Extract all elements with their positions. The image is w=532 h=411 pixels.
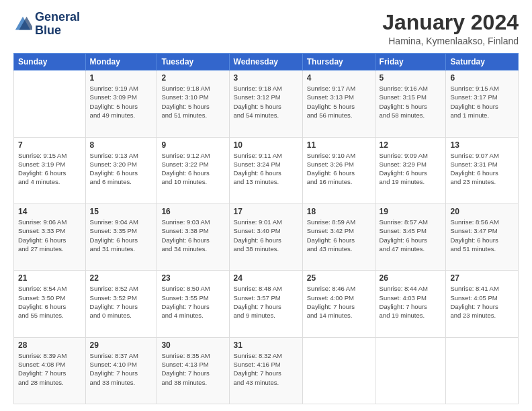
day-info: Sunrise: 9:06 AM Sunset: 3:33 PM Dayligh… [18, 218, 81, 253]
day-info: Sunrise: 8:35 AM Sunset: 4:13 PM Dayligh… [161, 351, 224, 387]
day-info: Sunrise: 8:52 AM Sunset: 3:52 PM Dayligh… [90, 284, 153, 320]
day-number: 16 [161, 207, 224, 216]
day-info: Sunrise: 9:18 AM Sunset: 3:10 PM Dayligh… [161, 84, 224, 120]
calendar-cell: 14Sunrise: 9:06 AM Sunset: 3:33 PM Dayli… [14, 203, 86, 270]
calendar-cell: 24Sunrise: 8:48 AM Sunset: 3:57 PM Dayli… [229, 271, 302, 337]
calendar-cell [375, 337, 446, 404]
logo-text: General Blue [35, 11, 80, 38]
calendar-body: 1Sunrise: 9:19 AM Sunset: 3:09 PM Daylig… [14, 71, 519, 404]
day-number: 5 [380, 73, 442, 83]
day-number: 29 [90, 340, 153, 350]
day-number: 23 [161, 273, 224, 283]
header-monday: Monday [85, 54, 157, 71]
day-info: Sunrise: 8:44 AM Sunset: 4:03 PM Dayligh… [380, 284, 442, 320]
header-saturday: Saturday [446, 54, 519, 71]
day-info: Sunrise: 8:39 AM Sunset: 4:08 PM Dayligh… [18, 351, 81, 387]
day-info: Sunrise: 9:17 AM Sunset: 3:13 PM Dayligh… [307, 84, 371, 120]
day-info: Sunrise: 9:18 AM Sunset: 3:12 PM Dayligh… [234, 84, 298, 120]
day-number: 7 [18, 140, 81, 150]
day-info: Sunrise: 9:10 AM Sunset: 3:26 PM Dayligh… [307, 151, 371, 187]
calendar-cell: 19Sunrise: 8:57 AM Sunset: 3:45 PM Dayli… [375, 203, 446, 270]
calendar-cell: 10Sunrise: 9:11 AM Sunset: 3:24 PM Dayli… [229, 137, 302, 203]
day-info: Sunrise: 8:59 AM Sunset: 3:42 PM Dayligh… [307, 218, 371, 253]
day-info: Sunrise: 9:16 AM Sunset: 3:15 PM Dayligh… [380, 84, 442, 120]
day-number: 28 [18, 340, 81, 350]
day-info: Sunrise: 9:03 AM Sunset: 3:38 PM Dayligh… [161, 218, 224, 253]
day-number: 10 [234, 140, 298, 150]
day-number: 30 [161, 340, 224, 350]
calendar-cell: 20Sunrise: 8:56 AM Sunset: 3:47 PM Dayli… [446, 203, 519, 270]
header-thursday: Thursday [302, 54, 375, 71]
calendar-cell: 7Sunrise: 9:15 AM Sunset: 3:19 PM Daylig… [14, 137, 86, 203]
header-sunday: Sunday [14, 54, 86, 71]
calendar-cell: 30Sunrise: 8:35 AM Sunset: 4:13 PM Dayli… [157, 337, 229, 404]
title-block: January 2024 Hamina, Kymenlaakso, Finlan… [382, 11, 519, 46]
day-number: 9 [161, 140, 224, 150]
calendar-cell [14, 71, 86, 137]
day-info: Sunrise: 8:32 AM Sunset: 4:16 PM Dayligh… [234, 351, 298, 387]
day-info: Sunrise: 8:50 AM Sunset: 3:55 PM Dayligh… [161, 284, 224, 320]
day-number: 8 [90, 140, 153, 150]
calendar-cell: 16Sunrise: 9:03 AM Sunset: 3:38 PM Dayli… [157, 203, 229, 270]
day-number: 3 [234, 73, 298, 83]
day-number: 15 [90, 207, 153, 216]
calendar-cell: 27Sunrise: 8:41 AM Sunset: 4:05 PM Dayli… [446, 271, 519, 337]
calendar-cell: 9Sunrise: 9:12 AM Sunset: 3:22 PM Daylig… [157, 137, 229, 203]
day-number: 12 [380, 140, 442, 150]
day-number: 17 [234, 207, 298, 216]
calendar-cell [302, 337, 375, 404]
day-info: Sunrise: 9:19 AM Sunset: 3:09 PM Dayligh… [90, 84, 153, 120]
calendar-cell: 1Sunrise: 9:19 AM Sunset: 3:09 PM Daylig… [85, 71, 157, 137]
day-number: 20 [450, 207, 514, 216]
calendar-cell: 12Sunrise: 9:09 AM Sunset: 3:29 PM Dayli… [375, 137, 446, 203]
calendar-cell: 29Sunrise: 8:37 AM Sunset: 4:10 PM Dayli… [85, 337, 157, 404]
day-info: Sunrise: 8:48 AM Sunset: 3:57 PM Dayligh… [234, 284, 298, 320]
day-info: Sunrise: 9:04 AM Sunset: 3:35 PM Dayligh… [90, 218, 153, 253]
day-number: 1 [90, 73, 153, 83]
day-number: 19 [380, 207, 442, 216]
calendar-week-row: 1Sunrise: 9:19 AM Sunset: 3:09 PM Daylig… [14, 71, 519, 137]
calendar-cell: 22Sunrise: 8:52 AM Sunset: 3:52 PM Dayli… [85, 271, 157, 337]
logo: General Blue [13, 11, 80, 38]
calendar-cell: 17Sunrise: 9:01 AM Sunset: 3:40 PM Dayli… [229, 203, 302, 270]
day-info: Sunrise: 9:09 AM Sunset: 3:29 PM Dayligh… [380, 151, 442, 187]
day-number: 27 [450, 273, 514, 283]
day-number: 2 [161, 73, 224, 83]
page: General Blue January 2024 Hamina, Kymenl… [0, 0, 532, 411]
day-info: Sunrise: 9:01 AM Sunset: 3:40 PM Dayligh… [234, 218, 298, 253]
day-number: 25 [307, 273, 371, 283]
calendar-table: SundayMondayTuesdayWednesdayThursdayFrid… [13, 53, 519, 404]
calendar-cell: 15Sunrise: 9:04 AM Sunset: 3:35 PM Dayli… [85, 203, 157, 270]
day-info: Sunrise: 8:46 AM Sunset: 4:00 PM Dayligh… [307, 284, 371, 320]
calendar: SundayMondayTuesdayWednesdayThursdayFrid… [13, 53, 519, 404]
day-info: Sunrise: 8:56 AM Sunset: 3:47 PM Dayligh… [450, 218, 514, 253]
day-number: 31 [234, 340, 298, 350]
day-info: Sunrise: 9:11 AM Sunset: 3:24 PM Dayligh… [234, 151, 298, 187]
calendar-cell: 6Sunrise: 9:15 AM Sunset: 3:17 PM Daylig… [446, 71, 519, 137]
calendar-week-row: 14Sunrise: 9:06 AM Sunset: 3:33 PM Dayli… [14, 203, 519, 270]
day-info: Sunrise: 9:07 AM Sunset: 3:31 PM Dayligh… [450, 151, 514, 187]
header-friday: Friday [375, 54, 446, 71]
header: General Blue January 2024 Hamina, Kymenl… [13, 11, 519, 46]
day-number: 6 [450, 73, 514, 83]
calendar-week-row: 21Sunrise: 8:54 AM Sunset: 3:50 PM Dayli… [14, 271, 519, 337]
day-info: Sunrise: 9:12 AM Sunset: 3:22 PM Dayligh… [161, 151, 224, 187]
logo-icon [13, 15, 32, 34]
day-number: 24 [234, 273, 298, 283]
calendar-cell: 18Sunrise: 8:59 AM Sunset: 3:42 PM Dayli… [302, 203, 375, 270]
calendar-cell: 11Sunrise: 9:10 AM Sunset: 3:26 PM Dayli… [302, 137, 375, 203]
calendar-cell: 25Sunrise: 8:46 AM Sunset: 4:00 PM Dayli… [302, 271, 375, 337]
calendar-cell: 26Sunrise: 8:44 AM Sunset: 4:03 PM Dayli… [375, 271, 446, 337]
calendar-week-row: 7Sunrise: 9:15 AM Sunset: 3:19 PM Daylig… [14, 137, 519, 203]
month-title: January 2024 [382, 11, 519, 34]
calendar-cell: 2Sunrise: 9:18 AM Sunset: 3:10 PM Daylig… [157, 71, 229, 137]
day-number: 11 [307, 140, 371, 150]
header-row: SundayMondayTuesdayWednesdayThursdayFrid… [14, 54, 519, 71]
day-info: Sunrise: 8:54 AM Sunset: 3:50 PM Dayligh… [18, 284, 81, 320]
day-number: 13 [450, 140, 514, 150]
calendar-cell [446, 337, 519, 404]
day-info: Sunrise: 8:57 AM Sunset: 3:45 PM Dayligh… [380, 218, 442, 253]
location: Hamina, Kymenlaakso, Finland [382, 36, 519, 46]
day-number: 22 [90, 273, 153, 283]
day-info: Sunrise: 8:41 AM Sunset: 4:05 PM Dayligh… [450, 284, 514, 320]
